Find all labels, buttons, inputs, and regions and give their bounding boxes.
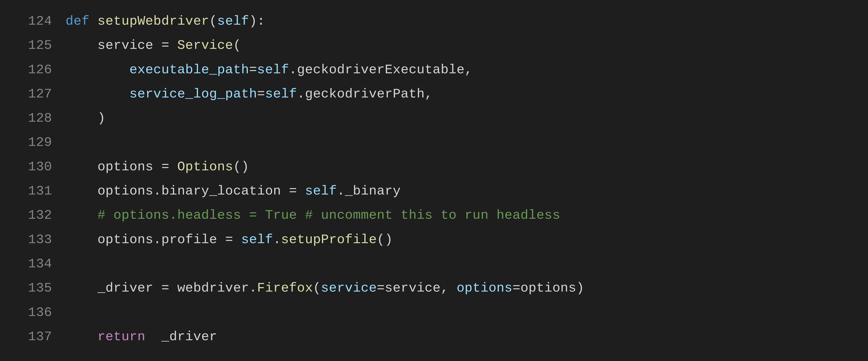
- token-ident: ):: [249, 14, 265, 29]
- token-self: self: [257, 62, 289, 77]
- line-number: 128: [9, 106, 66, 130]
- token-ctrl: return: [97, 329, 145, 344]
- code-line[interactable]: 136: [9, 300, 859, 325]
- code-content[interactable]: executable_path=self.geckodriverExecutab…: [66, 58, 859, 82]
- code-line[interactable]: 125 service = Service(: [9, 33, 859, 57]
- token-fn: setupWebdriver: [97, 14, 209, 29]
- code-content[interactable]: service_log_path=self.geckodriverPath,: [66, 82, 859, 106]
- line-number: 126: [9, 58, 66, 82]
- code-content[interactable]: # options.headless = True # uncomment th…: [66, 203, 859, 227]
- token-ident: =: [257, 87, 265, 101]
- line-number: 125: [9, 33, 66, 57]
- token-fn: Firefox: [257, 281, 313, 295]
- token-ident: (: [209, 14, 217, 29]
- token-ident: options =: [66, 159, 177, 174]
- code-line[interactable]: 137 return _driver: [9, 325, 859, 349]
- code-content[interactable]: def setupWebdriver(self):: [66, 9, 859, 33]
- line-number: 136: [9, 300, 66, 325]
- token-ident: [66, 62, 129, 77]
- token-ident: [66, 87, 129, 101]
- line-number: 127: [9, 82, 66, 106]
- line-number: 134: [9, 252, 66, 276]
- token-ident: (): [377, 232, 393, 247]
- token-fn: setupProfile: [281, 232, 377, 247]
- token-ident: [66, 329, 97, 344]
- token-kw: def: [66, 14, 97, 29]
- token-self: self: [305, 184, 337, 199]
- token-ident: =options): [513, 281, 584, 295]
- code-line[interactable]: 131 options.binary_location = self._bina…: [9, 179, 859, 203]
- token-fn: Service: [177, 38, 233, 53]
- token-param: options: [457, 281, 513, 295]
- code-line[interactable]: 132 # options.headless = True # uncommen…: [9, 203, 859, 227]
- token-ident: options.binary_location =: [66, 184, 305, 199]
- token-ident: service =: [66, 38, 177, 53]
- token-ident: (): [233, 159, 249, 174]
- token-self: self: [217, 14, 249, 29]
- line-number: 131: [9, 179, 66, 203]
- token-ident: .: [273, 232, 281, 247]
- token-self: self: [265, 87, 297, 101]
- token-ident: ): [66, 111, 105, 125]
- code-line[interactable]: 128 ): [9, 106, 859, 130]
- line-number: 137: [9, 325, 66, 349]
- line-number: 124: [9, 9, 66, 33]
- token-fn: Options: [177, 159, 233, 174]
- token-param: service: [321, 281, 377, 295]
- code-line[interactable]: 127 service_log_path=self.geckodriverPat…: [9, 82, 859, 106]
- token-ident: =: [249, 62, 257, 77]
- token-ident: options.profile =: [66, 232, 241, 247]
- code-line[interactable]: 129: [9, 130, 859, 154]
- token-ident: (: [313, 281, 321, 295]
- code-content[interactable]: ): [66, 106, 859, 130]
- token-ident: ._binary: [337, 184, 401, 199]
- code-line[interactable]: 135 _driver = webdriver.Firefox(service=…: [9, 276, 859, 300]
- token-ident: .geckodriverExecutable,: [289, 62, 473, 77]
- token-ident: _driver: [145, 329, 217, 344]
- code-content[interactable]: options.profile = self.setupProfile(): [66, 228, 859, 252]
- code-content[interactable]: return _driver: [66, 325, 859, 349]
- code-content[interactable]: service = Service(: [66, 33, 859, 57]
- token-ident: =service,: [377, 281, 457, 295]
- code-content[interactable]: _driver = webdriver.Firefox(service=serv…: [66, 276, 859, 300]
- token-comment: # options.headless = True # uncomment th…: [97, 208, 560, 222]
- token-ident: .geckodriverPath,: [297, 87, 433, 101]
- line-number: 132: [9, 203, 66, 227]
- line-number: 133: [9, 228, 66, 252]
- code-line[interactable]: 130 options = Options(): [9, 155, 859, 179]
- line-number: 135: [9, 276, 66, 300]
- token-self: self: [241, 232, 273, 247]
- line-number: 130: [9, 155, 66, 179]
- code-content[interactable]: options = Options(): [66, 155, 859, 179]
- token-param: service_log_path: [129, 87, 257, 101]
- code-editor[interactable]: 124def setupWebdriver(self):125 service …: [0, 0, 868, 358]
- token-ident: _driver = webdriver.: [66, 281, 257, 295]
- code-line[interactable]: 133 options.profile = self.setupProfile(…: [9, 228, 859, 252]
- code-line[interactable]: 124def setupWebdriver(self):: [9, 9, 859, 33]
- token-ident: (: [233, 38, 241, 53]
- code-line[interactable]: 126 executable_path=self.geckodriverExec…: [9, 58, 859, 82]
- code-line[interactable]: 134: [9, 252, 859, 276]
- line-number: 129: [9, 130, 66, 154]
- token-ident: [66, 208, 97, 222]
- token-param: executable_path: [129, 62, 249, 77]
- code-content[interactable]: options.binary_location = self._binary: [66, 179, 859, 203]
